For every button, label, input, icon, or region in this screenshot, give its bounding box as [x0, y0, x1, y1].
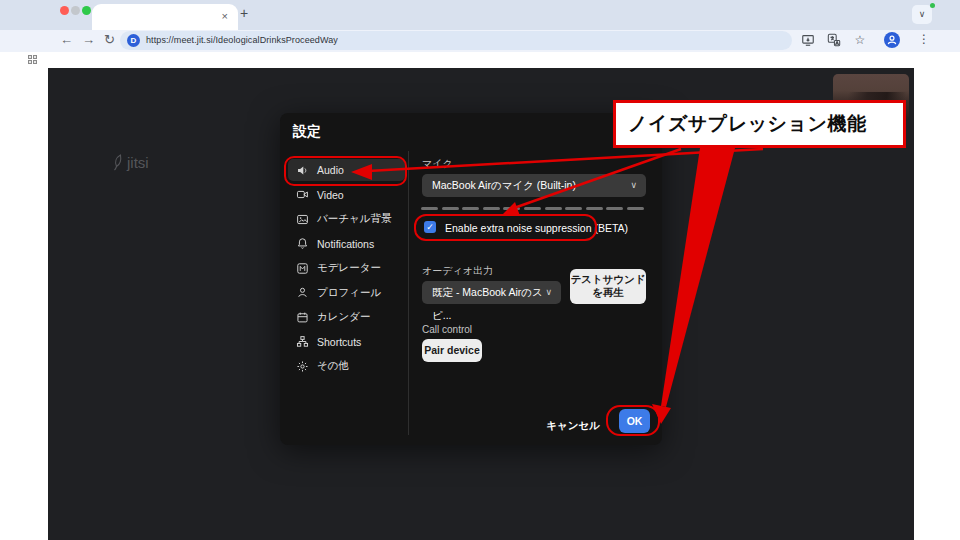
- sidebar-item-label: その他: [317, 359, 349, 373]
- sidebar-item-notifications[interactable]: Notifications: [288, 233, 405, 255]
- profile-avatar[interactable]: [884, 32, 900, 48]
- speaker-icon: [296, 164, 309, 177]
- audio-output-value: 既定 - MacBook Airのスピ...: [432, 286, 543, 321]
- cancel-button[interactable]: キャンセル: [540, 413, 600, 437]
- call-control-label: Call control: [422, 324, 472, 335]
- tab-strip: × + ∨: [0, 0, 960, 30]
- meter-segment: [545, 207, 562, 210]
- back-icon[interactable]: ←: [60, 32, 73, 47]
- meter-segment: [421, 207, 438, 210]
- zoom-window-button[interactable]: [82, 6, 91, 15]
- meter-segment: [524, 207, 541, 210]
- tab-close-icon[interactable]: ×: [222, 9, 228, 23]
- chevron-down-icon: ∨: [630, 174, 637, 197]
- screenshot-root: × + ∨ ← → ↻ D https://meet.jit.si/Ideolo…: [0, 0, 960, 540]
- sidebar-item-calendar[interactable]: カレンダー: [288, 306, 405, 328]
- browser-tab[interactable]: ×: [92, 4, 238, 30]
- bookmarks-bar: [0, 52, 960, 68]
- sidebar-item-audio[interactable]: Audio: [288, 159, 405, 181]
- bell-icon: [296, 237, 309, 250]
- noise-suppression-checkbox[interactable]: ✓: [424, 221, 436, 233]
- sidebar-item-label: プロフィール: [317, 286, 381, 300]
- meter-segment: [483, 207, 500, 210]
- sidebar-item-label: カレンダー: [317, 310, 370, 324]
- site-favicon: D: [127, 34, 140, 47]
- meter-segment: [503, 207, 520, 210]
- noise-suppression-label: Enable extra noise suppression (BETA): [445, 222, 628, 234]
- sidebar-item-label: Shortcuts: [317, 336, 361, 348]
- audio-output-select[interactable]: 既定 - MacBook Airのスピ... ∨: [422, 281, 561, 304]
- tab-search-chevron-icon[interactable]: ∨: [912, 5, 932, 24]
- camera-icon: [296, 188, 309, 201]
- install-app-icon[interactable]: [800, 32, 816, 48]
- jitsi-logo: jitsi: [112, 154, 149, 171]
- pair-device-button[interactable]: Pair device: [422, 339, 482, 362]
- chevron-down-icon: ∨: [545, 281, 552, 304]
- close-window-button[interactable]: [60, 6, 69, 15]
- sidebar-item-label: Video: [317, 189, 344, 201]
- url-text[interactable]: https://meet.jit.si/IdeologicalDrinksPro…: [146, 35, 338, 45]
- meter-segment: [586, 207, 603, 210]
- sidebar-item-moderator[interactable]: モデレーター: [288, 257, 405, 279]
- sidebar-item-label: Notifications: [317, 238, 374, 250]
- dialog-divider: [408, 151, 409, 435]
- test-sound-line2: を再生: [570, 286, 646, 299]
- settings-sidebar: Audio Video バーチャル背景: [288, 159, 405, 380]
- profile-update-dot: [930, 3, 935, 8]
- sidebar-item-profile[interactable]: プロフィール: [288, 282, 405, 304]
- dialog-title: 設定: [293, 123, 321, 141]
- forward-icon[interactable]: →: [82, 32, 95, 47]
- translate-icon[interactable]: [826, 32, 842, 48]
- sidebar-item-label: Audio: [317, 164, 344, 176]
- moderator-icon: [296, 262, 309, 275]
- minimize-window-button[interactable]: [71, 6, 80, 15]
- ok-button[interactable]: OK: [619, 409, 650, 433]
- jitsi-logo-text: jitsi: [127, 154, 149, 171]
- microphone-value: MacBook Airのマイク (Built-in): [432, 179, 576, 191]
- audio-level-meter: [421, 207, 647, 210]
- person-icon: [296, 286, 309, 299]
- browser-toolbar: ← → ↻ D https://meet.jit.si/IdeologicalD…: [0, 30, 960, 52]
- gear-icon: [296, 360, 309, 373]
- microphone-label: マイク: [422, 157, 453, 171]
- meter-segment: [606, 207, 623, 210]
- sidebar-item-video[interactable]: Video: [288, 184, 405, 206]
- sidebar-item-more[interactable]: その他: [288, 355, 405, 377]
- sidebar-item-shortcuts[interactable]: Shortcuts: [288, 331, 405, 353]
- browser-menu-icon[interactable]: ⋮: [918, 32, 930, 46]
- meter-segment: [565, 207, 582, 210]
- sidebar-item-label: モデレーター: [317, 261, 381, 275]
- sidebar-item-virtual-background[interactable]: バーチャル背景: [288, 208, 405, 230]
- image-icon: [296, 213, 309, 226]
- calendar-icon: [296, 311, 309, 324]
- new-tab-button[interactable]: +: [240, 5, 248, 21]
- annotation-callout: ノイズサプレッション機能: [613, 100, 906, 148]
- address-bar[interactable]: D https://meet.jit.si/IdeologicalDrinksP…: [120, 31, 792, 50]
- meter-segment: [442, 207, 459, 210]
- reload-icon[interactable]: ↻: [104, 32, 115, 47]
- bookmark-star-icon[interactable]: ☆: [852, 32, 868, 48]
- shortcuts-icon: [296, 335, 309, 348]
- jitsi-logo-mark: [112, 154, 125, 171]
- audio-output-label: オーディオ出力: [422, 264, 493, 278]
- settings-dialog: 設定 Audio Video: [280, 113, 662, 445]
- sidebar-item-label: バーチャル背景: [317, 212, 391, 226]
- microphone-select[interactable]: MacBook Airのマイク (Built-in) ∨: [422, 174, 646, 197]
- play-test-sound-button[interactable]: テストサウンド を再生: [570, 269, 646, 304]
- meter-segment: [627, 207, 644, 210]
- test-sound-line1: テストサウンド: [570, 273, 646, 286]
- meter-segment: [462, 207, 479, 210]
- apps-grid-icon[interactable]: [28, 55, 39, 66]
